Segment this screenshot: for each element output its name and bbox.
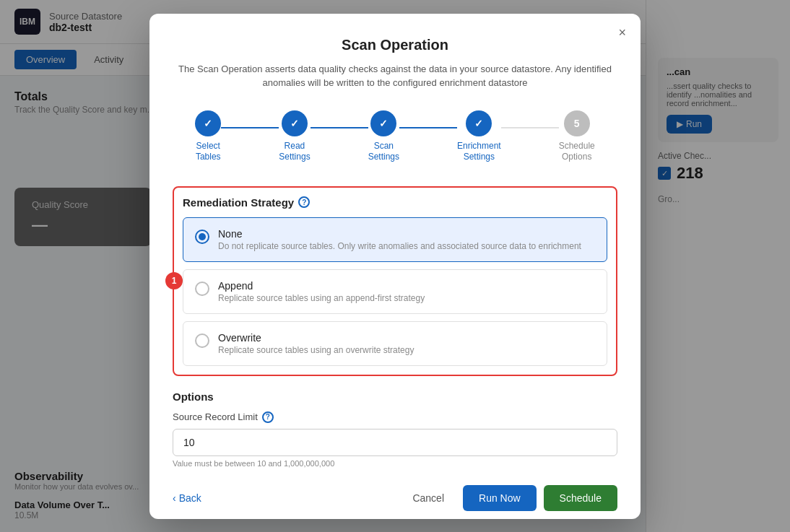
radio-append-circle	[195, 282, 209, 296]
modal-description: The Scan Operation asserts data quality …	[173, 62, 617, 90]
modal-dialog: × Scan Operation The Scan Operation asse…	[149, 14, 641, 519]
connector-4	[501, 127, 559, 128]
back-button[interactable]: ‹ Back	[173, 492, 201, 504]
close-button[interactable]: ×	[618, 25, 626, 40]
step-4-circle: ✓	[466, 110, 492, 136]
remediation-help-icon[interactable]: ?	[298, 196, 310, 208]
radio-none-circle	[195, 230, 209, 244]
stepper: ✓ SelectTables ✓ ReadSettings ✓ ScanSett…	[173, 110, 617, 163]
step-3-label: ScanSettings	[368, 141, 399, 163]
modal-overlay: × Scan Operation The Scan Operation asse…	[0, 0, 790, 532]
step-3-circle: ✓	[370, 110, 396, 136]
footer-left: ‹ Back	[173, 492, 201, 504]
step-read-settings: ✓ ReadSettings	[279, 110, 310, 163]
step-5-circle: 5	[564, 110, 590, 136]
step-2-circle: ✓	[282, 110, 308, 136]
remediation-border: Remediation Strategy ? None Do not repli…	[173, 186, 617, 376]
modal-footer: ‹ Back Cancel Run Now Schedule	[173, 485, 617, 511]
remediation-title: Remediation Strategy ?	[183, 196, 607, 209]
step-2-label: ReadSettings	[279, 141, 310, 163]
radio-append-label: Append	[218, 280, 425, 292]
radio-none-desc: Do not replicate source tables. Only wri…	[218, 241, 581, 251]
red-badge: 1	[165, 272, 183, 289]
option-append[interactable]: Append Replicate source tables using an …	[183, 269, 607, 314]
options-section-title: Options	[173, 391, 617, 403]
option-none[interactable]: None Do not replicate source tables. Onl…	[183, 217, 607, 262]
step-select-tables: ✓ SelectTables	[195, 110, 221, 163]
run-now-button[interactable]: Run Now	[463, 485, 537, 511]
radio-append-desc: Replicate source tables using an append-…	[218, 293, 425, 303]
step-5-label: ScheduleOptions	[559, 141, 595, 163]
radio-append-text: Append Replicate source tables using an …	[218, 280, 425, 303]
radio-overwrite-circle	[195, 333, 209, 348]
step-1-circle: ✓	[195, 110, 221, 136]
step-schedule-options: 5 ScheduleOptions	[559, 110, 595, 163]
connector-3	[399, 127, 457, 128]
step-1-label: SelectTables	[196, 141, 221, 163]
remediation-section: 1 Remediation Strategy ? None Do not rep…	[173, 186, 617, 376]
source-record-limit-label: Source Record Limit ?	[173, 411, 617, 423]
connector-2	[311, 127, 368, 128]
option-overwrite[interactable]: Overwrite Replicate source tables using …	[183, 321, 607, 366]
radio-none-text: None Do not replicate source tables. Onl…	[218, 228, 581, 251]
modal-title: Scan Operation	[173, 37, 617, 53]
connector-1	[221, 127, 279, 128]
step-enrichment-settings: ✓ EnrichmentSettings	[457, 110, 501, 163]
chevron-left-icon: ‹	[173, 492, 176, 504]
radio-overwrite-desc: Replicate source tables using an overwri…	[218, 345, 414, 355]
source-record-limit-input[interactable]	[173, 429, 617, 456]
radio-overwrite-text: Overwrite Replicate source tables using …	[218, 332, 414, 355]
schedule-button[interactable]: Schedule	[544, 485, 617, 511]
radio-none-label: None	[218, 228, 581, 240]
cancel-button[interactable]: Cancel	[401, 487, 456, 510]
step-4-label: EnrichmentSettings	[457, 141, 501, 163]
source-record-limit-hint: Value must be between 10 and 1,000,000,0…	[173, 459, 617, 468]
footer-right: Cancel Run Now Schedule	[401, 485, 617, 511]
source-record-limit-help-icon[interactable]: ?	[262, 411, 274, 423]
radio-overwrite-label: Overwrite	[218, 332, 414, 344]
step-scan-settings: ✓ ScanSettings	[368, 110, 399, 163]
